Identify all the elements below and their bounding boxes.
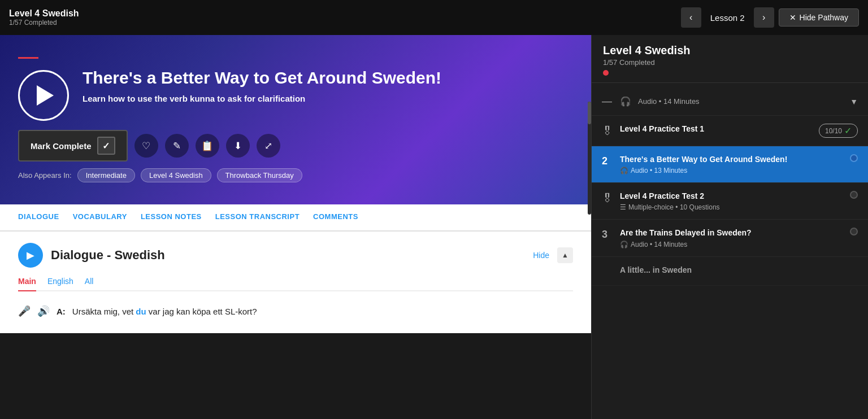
lesson-navigation: ‹ Lesson 2 › ✕ Hide Pathway: [681, 7, 859, 28]
lesson-tabs: DIALOGUE VOCABULARY LESSON NOTES LESSON …: [0, 204, 591, 232]
speaker-a-label: A:: [57, 307, 66, 316]
lesson-3-status: [850, 228, 858, 235]
dialogue-line-1: 🎤 🔊 A: Ursäkta mig, vet du var jag kan k…: [18, 300, 573, 322]
main-layout: There's a Better Way to Get Around Swede…: [0, 35, 868, 419]
audio-icon-3: 🎧: [620, 241, 628, 248]
prev-lesson-button[interactable]: ‹: [681, 7, 701, 28]
hero-content-row: There's a Better Way to Get Around Swede…: [18, 68, 568, 121]
share-button[interactable]: ⤢: [257, 134, 280, 158]
hide-pathway-button[interactable]: ✕ Hide Pathway: [779, 8, 859, 27]
pathway-subtitle: 1/57 Completed: [603, 58, 857, 67]
hero-actions: Mark Complete ✓ ♡ ✎ 📋 ⬇ ⤢: [18, 130, 568, 162]
practice-test-2-item[interactable]: 🎖 Level 4 Practice Test 2 ☰ Multiple-cho…: [592, 183, 868, 220]
document-icon: 📋: [201, 140, 213, 152]
incomplete-dot-2: [850, 191, 858, 199]
mark-complete-label: Mark Complete: [31, 141, 92, 151]
hero-section: There's a Better Way to Get Around Swede…: [0, 35, 591, 204]
notes-button[interactable]: 📋: [196, 134, 219, 158]
practice-test-2-info: Level 4 Practice Test 2 ☰ Multiple-choic…: [620, 191, 843, 211]
share-icon: ⤢: [264, 140, 272, 152]
pathway-title: Level 4 Swedish: [603, 44, 857, 57]
ribbon-icon-1: 🎖: [602, 125, 613, 137]
lesson-subtitle: Learn how to use the verb kunna to ask f…: [83, 94, 441, 103]
ribbon-icon-area: 🎖: [602, 124, 613, 138]
dialogue-header: ▶ Dialogue - Swedish Hide ▲: [18, 243, 573, 268]
practice-test-2-title: Level 4 Practice Test 2: [620, 191, 843, 201]
lesson-3-number: 3: [602, 228, 613, 241]
lesson-2-item[interactable]: 2 There's a Better Way to Get Around Swe…: [592, 146, 868, 183]
edit-button[interactable]: ✎: [165, 134, 189, 158]
tab-dialogue[interactable]: DIALOGUE: [18, 204, 59, 230]
hero-play-button[interactable]: [18, 70, 69, 121]
close-icon: ✕: [789, 13, 796, 22]
ribbon-icon-2: 🎖: [602, 192, 613, 204]
lang-tab-main[interactable]: Main: [18, 277, 36, 291]
lesson-2-info: There's a Better Way to Get Around Swede…: [620, 154, 843, 174]
audio-item-label: Audio • 14 Minutes: [638, 97, 843, 106]
incomplete-dot-3: [850, 228, 858, 235]
course-title: Level 4 Swedish: [9, 8, 674, 19]
favorite-button[interactable]: ♡: [134, 134, 158, 158]
lesson-partial-info: A little... in Sweden: [620, 265, 858, 277]
lesson-number-label: Lesson 2: [706, 13, 749, 23]
pathway-progress-indicator: [603, 70, 609, 76]
expand-icon: ▼: [850, 97, 858, 106]
pathway-header: Level 4 Swedish 1/57 Completed: [592, 35, 868, 83]
lesson-3-duration: Audio • 14 Minutes: [631, 241, 687, 248]
lang-tab-all[interactable]: All: [85, 277, 94, 290]
lesson-partial-item[interactable]: A little... in Sweden: [592, 257, 868, 286]
lesson-3-item[interactable]: 3 Are the Trains Delayed in Sweden? 🎧 Au…: [592, 220, 868, 256]
next-arrow-icon: ›: [762, 12, 765, 23]
lesson-partial-number: [602, 265, 613, 266]
prev-arrow-icon: ‹: [689, 12, 692, 23]
audio-item-collapsed[interactable]: — 🎧 Audio • 14 Minutes ▼: [592, 88, 868, 116]
also-appears-label: Also Appears In:: [18, 171, 72, 180]
tab-lesson-transcript[interactable]: LESSON TRANSCRIPT: [215, 204, 300, 230]
highlight-du: du: [136, 307, 146, 316]
practice-test-1-info: Level 4 Practice Test 1: [620, 124, 812, 136]
lesson-3-info: Are the Trains Delayed in Sweden? 🎧 Audi…: [620, 228, 843, 248]
course-progress: 1/57 Completed: [9, 19, 674, 27]
course-title-area: Level 4 Swedish 1/57 Completed: [9, 8, 674, 27]
lesson-3-meta: 🎧 Audio • 14 Minutes: [620, 241, 843, 248]
lesson-2-number: 2: [602, 154, 613, 167]
lesson-2-status: [850, 154, 858, 162]
collapse-dialogue-button[interactable]: ▲: [557, 247, 573, 263]
mic-icon[interactable]: 🎤: [18, 305, 31, 317]
chevron-up-icon: ▲: [562, 251, 568, 259]
active-lesson-dot: [850, 154, 858, 162]
practice-test-1-status: 10/10 ✓: [819, 124, 858, 138]
download-button[interactable]: ⬇: [226, 134, 250, 158]
dialogue-play-button[interactable]: ▶: [18, 243, 43, 268]
pathway-list: — 🎧 Audio • 14 Minutes ▼ 🎖 Level 4 Pract…: [592, 83, 868, 419]
hide-dialogue-link[interactable]: Hide: [533, 251, 549, 260]
multiple-choice-icon: ☰: [620, 203, 626, 211]
dialogue-title: Dialogue - Swedish: [51, 248, 525, 263]
right-panel: Level 4 Swedish 1/57 Completed — 🎧 Audio…: [591, 35, 868, 419]
checkmark-box: ✓: [97, 137, 115, 155]
lang-tab-english[interactable]: English: [47, 277, 73, 290]
hide-pathway-label: Hide Pathway: [800, 13, 848, 22]
heart-icon: ♡: [142, 140, 150, 152]
volume-icon[interactable]: 🔊: [37, 305, 50, 317]
tab-comments[interactable]: COMMENTS: [313, 204, 358, 230]
dash-icon: —: [602, 95, 613, 107]
mark-complete-button[interactable]: Mark Complete ✓: [18, 130, 128, 162]
lesson-3-title: Are the Trains Delayed in Sweden?: [620, 228, 843, 238]
lesson-partial-title: A little... in Sweden: [620, 265, 858, 275]
language-tabs: Main English All: [18, 277, 573, 291]
tag-throwback-thursday[interactable]: Throwback Thursday: [217, 168, 302, 182]
practice-test-1-item[interactable]: 🎖 Level 4 Practice Test 1 10/10 ✓: [592, 116, 868, 146]
next-lesson-button[interactable]: ›: [754, 7, 774, 28]
tag-level4swedish[interactable]: Level 4 Swedish: [141, 168, 211, 182]
hero-text-area: There's a Better Way to Get Around Swede…: [83, 68, 441, 103]
tab-lesson-notes[interactable]: LESSON NOTES: [141, 204, 202, 230]
practice-test-2-icon-area: 🎖: [602, 191, 613, 205]
tab-vocabulary[interactable]: VOCABULARY: [73, 204, 127, 230]
tag-intermediate[interactable]: Intermediate: [77, 168, 135, 182]
lesson-2-duration: Audio • 13 Minutes: [631, 167, 687, 174]
practice-test-2-meta: ☰ Multiple-choice • 10 Questions: [620, 203, 843, 211]
practice-test-2-status: [850, 191, 858, 199]
dialogue-play-icon: ▶: [27, 249, 34, 261]
also-appears-section: Also Appears In: Intermediate Level 4 Sw…: [18, 168, 568, 182]
